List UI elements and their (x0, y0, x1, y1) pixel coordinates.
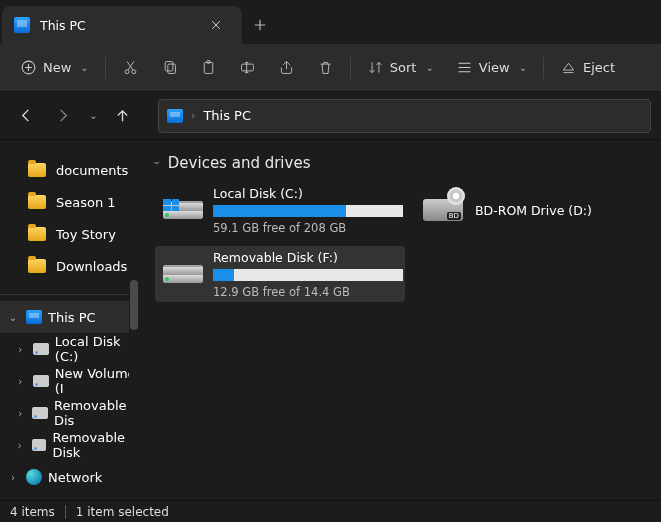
tab-title: This PC (40, 18, 192, 33)
folder-icon (28, 227, 46, 241)
quick-access-documents[interactable]: documents (0, 154, 139, 186)
status-bar: 4 items 1 item selected (0, 500, 661, 522)
sort-icon (367, 59, 384, 76)
sidebar-separator (0, 294, 139, 295)
chevron-down-icon[interactable]: ⌄ (6, 312, 20, 323)
qa-label: Toy Story (56, 227, 116, 242)
back-button[interactable] (10, 100, 42, 132)
new-icon (20, 59, 37, 76)
tab-this-pc[interactable]: This PC (2, 6, 242, 44)
chevron-right-icon[interactable]: › (14, 344, 27, 355)
quick-access-downloads[interactable]: Downloads (0, 250, 139, 282)
arrow-right-icon (55, 108, 70, 123)
tree-label: New Volume (I (55, 366, 139, 396)
svg-rect-5 (204, 62, 213, 73)
view-label: View (479, 60, 510, 75)
new-tab-button[interactable] (242, 6, 278, 44)
drive-free-space: 12.9 GB free of 14.4 GB (213, 285, 403, 299)
svg-point-1 (125, 70, 129, 74)
breadcrumb-this-pc[interactable]: This PC (203, 108, 251, 123)
drive-free-space: 59.1 GB free of 208 GB (213, 221, 403, 235)
cut-icon (122, 59, 139, 76)
sort-label: Sort (390, 60, 417, 75)
new-label: New (43, 60, 71, 75)
chevron-down-icon: › (150, 161, 164, 165)
share-button[interactable] (270, 52, 303, 84)
view-button[interactable]: View ⌄ (448, 52, 535, 84)
scrollbar-thumb[interactable] (130, 280, 138, 330)
close-icon (210, 19, 222, 31)
cut-button[interactable] (114, 52, 147, 84)
address-bar[interactable]: › This PC (158, 99, 651, 133)
toolbar: New ⌄ Sort ⌄ View ⌄ Eject (0, 44, 661, 92)
sort-button[interactable]: Sort ⌄ (359, 52, 442, 84)
drive-local-disk-c[interactable]: Local Disk (C:) 59.1 GB free of 208 GB (155, 182, 405, 238)
tree-local-disk-c[interactable]: ›Local Disk (C:) (0, 333, 139, 365)
qa-label: Downloads (56, 259, 127, 274)
group-header-devices[interactable]: › Devices and drives (155, 154, 645, 172)
tree-removable-disk-1[interactable]: ›Removable Dis (0, 397, 139, 429)
share-icon (278, 59, 295, 76)
delete-icon (317, 59, 334, 76)
os-drive-icon (163, 190, 203, 230)
status-item-count: 4 items (10, 505, 55, 519)
paste-icon (200, 59, 217, 76)
tree-network[interactable]: ›Network (0, 461, 139, 493)
plus-icon (253, 18, 267, 32)
main-area: documents Season 1 Toy Story Downloads ⌄… (0, 140, 661, 500)
tree-new-volume[interactable]: ›New Volume (I (0, 365, 139, 397)
drive-name: BD-ROM Drive (D:) (475, 203, 625, 218)
drive-removable-disk-f[interactable]: Removable Disk (F:) 12.9 GB free of 14.4… (155, 246, 405, 302)
eject-button[interactable]: Eject (552, 52, 623, 84)
qa-label: Season 1 (56, 195, 116, 210)
tree-this-pc[interactable]: ⌄ This PC (0, 301, 139, 333)
navigation-pane: documents Season 1 Toy Story Downloads ⌄… (0, 140, 139, 500)
chevron-right-icon[interactable]: › (6, 472, 20, 483)
new-button[interactable]: New ⌄ (12, 52, 97, 84)
quick-access-season-1[interactable]: Season 1 (0, 186, 139, 218)
drive-name: Removable Disk (F:) (213, 250, 403, 265)
chevron-down-icon: ⌄ (425, 62, 433, 73)
rename-button[interactable] (231, 52, 264, 84)
svg-rect-7 (241, 64, 253, 71)
sidebar-scrollbar[interactable] (129, 140, 139, 500)
drive-bd-rom-d[interactable]: BD-ROM Drive (D:) (413, 182, 633, 238)
chevron-right-icon[interactable]: › (14, 440, 26, 451)
chevron-right-icon[interactable]: › (14, 408, 26, 419)
tab-close-button[interactable] (202, 11, 230, 39)
this-pc-icon (26, 310, 42, 324)
toolbar-divider (543, 57, 544, 79)
folder-icon (28, 195, 46, 209)
svg-rect-3 (165, 62, 173, 71)
tree-removable-disk-2[interactable]: ›Removable Disk (0, 429, 139, 461)
chevron-right-icon[interactable]: › (14, 376, 27, 387)
address-bar-row: ⌄ › This PC (0, 92, 661, 140)
eject-icon (560, 59, 577, 76)
delete-button[interactable] (309, 52, 342, 84)
drive-name: Local Disk (C:) (213, 186, 403, 201)
forward-button[interactable] (46, 100, 78, 132)
arrow-up-icon (115, 108, 130, 123)
paste-button[interactable] (192, 52, 225, 84)
chevron-down-icon: ⌄ (519, 62, 527, 73)
status-selection: 1 item selected (76, 505, 169, 519)
chevron-down-icon: ⌄ (80, 62, 88, 73)
drive-icon (33, 343, 49, 355)
drive-icon (32, 439, 47, 451)
svg-rect-4 (168, 64, 176, 73)
arrow-left-icon (19, 108, 34, 123)
drive-icon (33, 375, 49, 387)
up-button[interactable] (106, 100, 138, 132)
toolbar-divider (350, 57, 351, 79)
tree-label: Local Disk (C:) (55, 334, 139, 364)
title-bar: This PC (0, 0, 661, 44)
group-title: Devices and drives (168, 154, 311, 172)
quick-access-toy-story[interactable]: Toy Story (0, 218, 139, 250)
svg-rect-6 (207, 61, 210, 64)
bd-rom-icon (421, 190, 465, 230)
this-pc-icon (14, 17, 30, 33)
copy-button[interactable] (153, 52, 186, 84)
recent-locations-button[interactable]: ⌄ (82, 100, 102, 132)
folder-icon (28, 259, 46, 273)
content-pane[interactable]: › Devices and drives Local Disk (C:) 59.… (139, 140, 661, 500)
